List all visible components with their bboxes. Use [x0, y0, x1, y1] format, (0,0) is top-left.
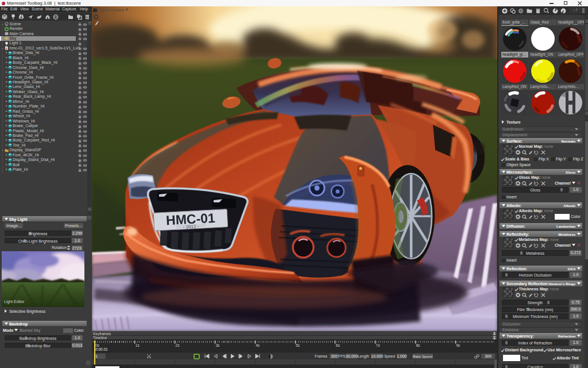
- svg-text:Light Editor: Light Editor: [4, 300, 25, 304]
- svg-text:- 2012 -: - 2012 -: [183, 224, 199, 229]
